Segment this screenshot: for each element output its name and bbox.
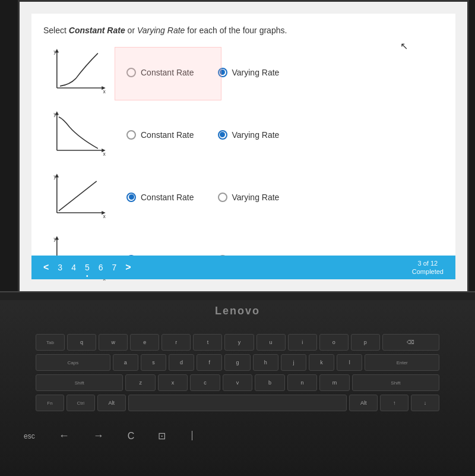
nav-page-6[interactable]: 6 bbox=[99, 263, 103, 272]
svg-line-18 bbox=[59, 181, 97, 211]
key-f[interactable]: f bbox=[197, 354, 222, 371]
keyboard-area: Tab q w e r t y u i o p ⌫ Caps a s d f g… bbox=[0, 322, 475, 427]
radio-varying-2[interactable] bbox=[218, 130, 227, 140]
key-enter[interactable]: Enter bbox=[365, 354, 439, 371]
key-shift-l[interactable]: Shift bbox=[36, 374, 123, 391]
radio-constant-2[interactable] bbox=[126, 130, 136, 140]
key-i[interactable]: i bbox=[288, 334, 317, 351]
esc-label: esc bbox=[24, 432, 35, 440]
svg-text:x: x bbox=[103, 151, 106, 157]
graph-1: y x bbox=[43, 47, 115, 97]
key-arrow-down[interactable]: ↓ bbox=[411, 395, 439, 411]
question-row-2: y x Constant Rate Varying Rate bbox=[43, 106, 444, 163]
key-row-2: Caps a s d f g h j k l Enter bbox=[36, 354, 439, 371]
content-area: ↖ Select Constant Rate or Varying Rate f… bbox=[31, 14, 455, 279]
instruction-text: Select Constant Rate or Varying Rate for… bbox=[43, 26, 444, 35]
label-varying-1: Varying Rate bbox=[232, 68, 280, 77]
progress-line1: 3 of 12 bbox=[418, 260, 438, 267]
key-fn[interactable]: Fn bbox=[36, 395, 64, 411]
graph-3: y x bbox=[43, 172, 115, 222]
radio-varying-3[interactable] bbox=[218, 193, 227, 202]
key-caps[interactable]: Caps bbox=[36, 354, 110, 371]
key-y[interactable]: y bbox=[224, 334, 254, 351]
highlight-box-1 bbox=[115, 47, 221, 100]
laptop-hinge bbox=[0, 291, 475, 300]
key-r[interactable]: r bbox=[162, 334, 191, 351]
label-varying-3: Varying Rate bbox=[232, 193, 280, 202]
right-arrow-key[interactable]: → bbox=[93, 430, 104, 442]
bottom-label-row: esc ← → C ⊡ ⏐ bbox=[0, 427, 475, 442]
key-s[interactable]: s bbox=[141, 354, 166, 371]
lenovo-logo: Lenovo bbox=[0, 300, 475, 322]
radio-inner-constant-3 bbox=[129, 194, 134, 200]
key-row-3: Shift z x c v b n m Shift bbox=[36, 374, 439, 391]
option-varying-rate-3[interactable]: Varying Rate bbox=[218, 193, 280, 202]
refresh-key[interactable]: C bbox=[128, 431, 135, 442]
laptop-screen: ↖ Select Constant Rate or Varying Rate f… bbox=[18, 0, 469, 291]
nav-page-3[interactable]: 3 bbox=[58, 263, 62, 272]
radio-inner-varying-2 bbox=[220, 132, 225, 137]
option-constant-rate-2[interactable]: Constant Rate bbox=[126, 130, 194, 140]
key-arrow-up[interactable]: ↑ bbox=[380, 395, 408, 411]
key-l[interactable]: l bbox=[337, 354, 362, 371]
options-3: Constant Rate Varying Rate bbox=[126, 193, 444, 202]
key-a[interactable]: a bbox=[113, 354, 138, 371]
label-varying-2: Varying Rate bbox=[232, 130, 280, 140]
key-space[interactable] bbox=[128, 395, 347, 411]
key-c[interactable]: c bbox=[190, 374, 220, 391]
laptop-body: Lenovo Tab q w e r t y u i o p ⌫ Caps a … bbox=[0, 291, 475, 476]
question-row-1: y x Constant Rate Varyi bbox=[43, 44, 444, 100]
key-e[interactable]: e bbox=[130, 334, 159, 351]
key-t[interactable]: t bbox=[193, 334, 222, 351]
key-k[interactable]: k bbox=[309, 354, 334, 371]
options-2: Constant Rate Varying Rate bbox=[126, 130, 444, 140]
option-varying-rate-2[interactable]: Varying Rate bbox=[218, 130, 280, 140]
progress-line2: Completed bbox=[412, 268, 444, 275]
question-row-3: y x Constant Rate Varying Rate bbox=[43, 169, 444, 225]
bottom-navigation: < 3 4 5 6 7 > 3 of 12 Completed bbox=[31, 256, 455, 279]
key-d[interactable]: d bbox=[169, 354, 194, 371]
nav-page-4[interactable]: 4 bbox=[71, 263, 76, 272]
key-g[interactable]: g bbox=[224, 354, 250, 371]
key-alt-r[interactable]: Alt bbox=[349, 395, 378, 411]
graph-svg-2: y x bbox=[43, 109, 115, 160]
left-arrow-key[interactable]: ← bbox=[59, 430, 69, 442]
key-tab[interactable]: Tab bbox=[36, 334, 65, 351]
graph-svg-1: y x bbox=[43, 47, 115, 97]
key-p[interactable]: p bbox=[351, 334, 380, 351]
cursor-icon: ↖ bbox=[400, 40, 408, 52]
key-alt[interactable]: Alt bbox=[97, 395, 126, 411]
key-j[interactable]: j bbox=[281, 354, 306, 371]
square-key[interactable]: ⊡ bbox=[158, 430, 166, 442]
key-q[interactable]: q bbox=[67, 334, 96, 351]
key-b[interactable]: b bbox=[255, 374, 284, 391]
graph-svg-3: y x bbox=[43, 172, 115, 222]
prev-arrow[interactable]: < bbox=[43, 262, 49, 273]
option-constant-rate-3[interactable]: Constant Rate bbox=[126, 193, 194, 202]
key-m[interactable]: m bbox=[319, 374, 349, 391]
key-backspace[interactable]: ⌫ bbox=[382, 334, 439, 351]
key-ctrl[interactable]: Ctrl bbox=[66, 395, 95, 411]
key-u[interactable]: u bbox=[256, 334, 286, 351]
radio-constant-3[interactable] bbox=[126, 193, 136, 202]
label-constant-3: Constant Rate bbox=[141, 193, 194, 202]
option-varying-rate-1[interactable]: Varying Rate bbox=[218, 68, 280, 77]
key-x[interactable]: x bbox=[158, 374, 188, 391]
key-n[interactable]: n bbox=[287, 374, 317, 391]
svg-text:x: x bbox=[103, 213, 106, 219]
nav-page-5-current[interactable]: 5 bbox=[85, 263, 90, 272]
key-shift-r[interactable]: Shift bbox=[352, 374, 439, 391]
progress-text: 3 of 12 Completed bbox=[412, 259, 444, 276]
key-w[interactable]: w bbox=[99, 334, 128, 351]
pipe-key[interactable]: ⏐ bbox=[189, 431, 194, 442]
key-z[interactable]: z bbox=[125, 374, 155, 391]
label-constant-2: Constant Rate bbox=[141, 130, 194, 140]
svg-text:x: x bbox=[103, 89, 106, 94]
nav-page-7[interactable]: 7 bbox=[112, 263, 117, 272]
key-h[interactable]: h bbox=[253, 354, 278, 371]
key-row-4: Fn Ctrl Alt Alt ↑ ↓ bbox=[36, 395, 439, 411]
next-arrow[interactable]: > bbox=[125, 262, 131, 273]
key-v[interactable]: v bbox=[223, 374, 252, 391]
nav-pages: < 3 4 5 6 7 > bbox=[43, 262, 131, 273]
key-o[interactable]: o bbox=[319, 334, 349, 351]
